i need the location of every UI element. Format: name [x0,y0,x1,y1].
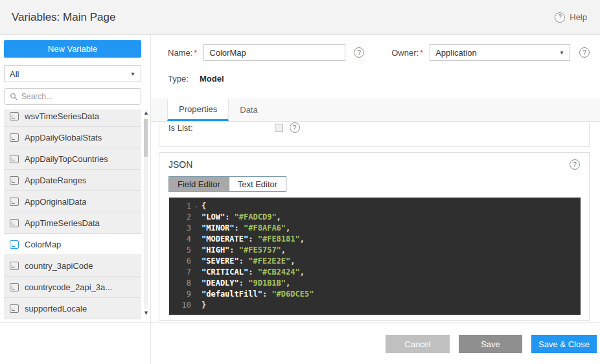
code-line: 7"CRITICAL": "#CB2424", [169,267,581,278]
is-list-help-icon[interactable]: ? [290,122,300,133]
tab-properties[interactable]: Properties [167,98,229,121]
code-line: 1-{ [169,201,581,212]
owner-value: Application [435,48,477,58]
list-item[interactable]: ColorMap [4,234,141,255]
name-input[interactable] [203,44,345,61]
variable-icon [10,133,19,142]
search-icon [10,93,17,100]
line-number: 3 [169,223,191,234]
scroll-down-icon[interactable]: ▼ [143,310,149,316]
code-lines: 1-{2"LOW": "#FADCD9",3"MINOR": "#F8AFA6"… [169,201,581,311]
help-link[interactable]: ? Help [555,12,587,23]
code-line: 3"MINOR": "#F8AFA6", [169,223,581,234]
fold-marker-icon [191,300,202,311]
fold-marker-icon [191,278,202,289]
is-list-label: Is List: [168,123,193,133]
json-help-icon[interactable]: ? [570,159,580,170]
variable-icon [10,176,19,185]
type-label: Type: [168,74,200,84]
variable-icon [10,262,19,270]
line-number: 2 [169,212,191,223]
line-number: 4 [169,234,191,245]
fold-marker-icon [191,267,202,278]
variable-name: countrycode_2api_3a... [25,282,112,292]
variable-icon [10,304,19,313]
required-marker: * [194,48,197,58]
list-item[interactable]: AppTimeSeriesData [4,212,141,234]
fold-marker-icon [191,289,202,300]
is-list-checkbox[interactable] [275,124,283,132]
tab-data[interactable]: Data [229,98,268,121]
help-label: Help [570,12,587,22]
list-item[interactable]: countrycode_2api_3a... [4,277,141,298]
owner-select[interactable]: Application ▼ [430,44,570,61]
list-item[interactable]: AppDailyGlobalStats [4,127,141,148]
variable-name: AppOriginalData [25,197,86,207]
owner-label-text: Owner: [391,48,419,58]
footer-divider [0,322,600,323]
code-line: 6"SEVERE": "#FE2E2E", [169,256,581,267]
code-line: 8"DEADLY": "9D1B1B", [169,278,581,289]
line-number: 8 [169,278,191,289]
name-owner-row: Name:* ? Owner:* Application ▼ ? [168,44,590,61]
variable-name: ColorMap [25,240,61,249]
scrollbar-thumb[interactable] [144,119,148,157]
scrollbar-track[interactable] [144,118,148,308]
name-help-icon[interactable]: ? [354,47,364,58]
name-label: Name:* [168,48,197,58]
save-and-close-button[interactable]: Save & Close [531,335,597,353]
variable-icon [10,198,19,206]
footer: Cancel Save Save & Close [386,335,597,353]
new-variable-button[interactable]: New Variable [4,40,141,58]
fold-marker-icon[interactable]: - [191,201,202,212]
variable-name: supportedLocale [25,304,87,313]
variable-name: AppTimeSeriesData [25,218,100,228]
variable-name: AppDateRanges [25,176,86,185]
required-marker: * [420,48,423,58]
line-number: 1 [169,201,191,212]
scroll-up-icon[interactable]: ▲ [143,110,149,116]
variable-icon [10,112,19,120]
fold-marker-icon [191,223,202,234]
list-item[interactable]: AppOriginalData [4,191,141,212]
line-number: 5 [169,245,191,256]
save-button[interactable]: Save [459,335,522,353]
type-value: Model [200,74,224,84]
code-editor[interactable]: 1-{2"LOW": "#FADCD9",3"MINOR": "#F8AFA6"… [169,198,581,315]
owner-help-icon[interactable]: ? [579,47,590,58]
list-item[interactable]: wsvTimeSeriesData [4,109,141,127]
cancel-button[interactable]: Cancel [386,335,450,353]
line-number: 10 [169,300,191,311]
fold-marker-icon [191,234,202,245]
code-line: 10} [169,300,581,311]
type-row: Type: Model [168,74,224,84]
json-header: JSON ? [159,153,589,170]
editor-mode-toggle: Field Editor Text Editor [168,176,286,192]
name-label-text: Name: [168,48,192,58]
page-title: Variables: Main Page [12,11,115,24]
field-editor-button[interactable]: Field Editor [169,177,229,191]
variable-icon [10,155,19,163]
variable-icon [10,240,19,249]
variable-icon [10,219,19,227]
filter-dropdown[interactable]: All ▼ [4,65,141,82]
help-icon: ? [555,12,565,23]
search-input[interactable] [21,92,135,101]
text-editor-button[interactable]: Text Editor [229,177,286,191]
list-item[interactable]: AppDailyTopCountries [4,148,141,170]
is-list-panel: Is List: ? [159,122,590,147]
json-panel: JSON ? Field Editor Text Editor 1-{2"LOW… [159,152,590,321]
owner-label: Owner:* [391,48,423,58]
dropdown-arrow-icon: ▼ [130,71,135,77]
fold-marker-icon [191,256,202,267]
header: Variables: Main Page ? Help [0,0,600,35]
search-box[interactable] [4,88,141,105]
filter-value: All [10,69,19,79]
code-line: 9"defaultFill": "#D6DCE5" [169,289,581,300]
variable-name: country_3apiCode [25,261,93,271]
list-item[interactable]: AppDateRanges [4,170,141,191]
sidebar: New Variable All ▼ wsvTimeSeriesDataAppD… [0,35,151,364]
list-item[interactable]: supportedLocale [4,298,141,319]
list-item[interactable]: country_3apiCode [4,255,141,277]
tab-bar: Properties Data [151,98,600,122]
